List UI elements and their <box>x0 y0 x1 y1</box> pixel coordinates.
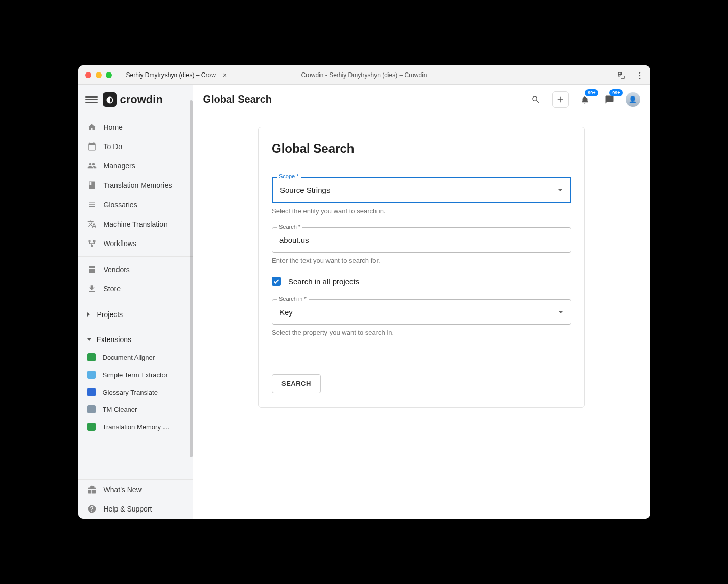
sidebar-item-label: Vendors <box>104 265 130 274</box>
search-helper: Enter the text you want to search for. <box>272 257 571 264</box>
sidebar-section-label: Projects <box>97 310 123 319</box>
sidebar-item-label: Machine Translation <box>104 220 168 228</box>
sidebar-item-label: Managers <box>104 162 135 170</box>
extension-label: TM Cleaner <box>103 406 137 413</box>
sidebar-item-label: Translation Memories <box>104 181 172 189</box>
store-icon <box>87 265 97 274</box>
search-field: Search * <box>272 227 571 253</box>
sidebar-item-mt[interactable]: Machine Translation <box>78 214 193 234</box>
extension-label: Simple Term Extractor <box>103 371 168 379</box>
global-search-card: Global Search Scope * Source Strings Sel… <box>258 127 585 408</box>
avatar[interactable]: 👤 <box>626 92 640 107</box>
maximize-window-button[interactable] <box>106 72 112 78</box>
browser-tab[interactable]: Serhiy Dmytryshyn (dies) – Crow × <box>126 71 227 79</box>
main-area: Global Search 99+ 99+ 👤 <box>193 85 650 519</box>
notifications-button[interactable]: 99+ <box>577 91 593 108</box>
plus-icon: + <box>236 71 240 79</box>
extension-badge-icon <box>87 388 96 396</box>
book-icon <box>87 181 97 190</box>
help-icon <box>87 504 97 514</box>
sidebar-extension-document-aligner[interactable]: Document Aligner <box>78 349 193 366</box>
sidebar-item-label: Glossaries <box>104 201 137 209</box>
extension-badge-icon <box>87 405 96 413</box>
caret-down-icon <box>87 338 91 341</box>
caret-right-icon <box>87 312 92 317</box>
sidebar-item-label: To Do <box>104 142 123 151</box>
search-all-projects-checkbox[interactable] <box>272 277 281 286</box>
sidebar-extension-glossary-translate[interactable]: Glossary Translate <box>78 383 193 401</box>
searchin-field: Search in * Key <box>272 299 571 325</box>
searchin-value: Key <box>279 308 293 317</box>
scope-helper: Select the entity you want to search in. <box>272 207 571 215</box>
sidebar-projects-collapse[interactable]: Projects <box>78 305 193 324</box>
sidebar: ◐ crowdin Home To Do Managers Translatio… <box>78 85 193 519</box>
calendar-icon <box>87 142 97 151</box>
sidebar-item-store[interactable]: Store <box>78 279 193 299</box>
messages-button[interactable]: 99+ <box>601 91 618 108</box>
extension-badge-icon <box>87 371 96 379</box>
svg-point-2 <box>639 78 640 79</box>
sidebar-item-home[interactable]: Home <box>78 117 193 137</box>
minimize-window-button[interactable] <box>96 72 102 78</box>
sidebar-item-glossaries[interactable]: Glossaries <box>78 195 193 214</box>
checkbox-label: Search in all projects <box>288 277 359 286</box>
home-icon <box>87 123 97 132</box>
sidebar-extension-term-extractor[interactable]: Simple Term Extractor <box>78 366 193 383</box>
sidebar-item-todo[interactable]: To Do <box>78 137 193 156</box>
chevron-down-icon <box>558 189 563 191</box>
sidebar-item-workflows[interactable]: Workflows <box>78 234 193 253</box>
sidebar-extension-tm-cleaner[interactable]: TM Cleaner <box>78 401 193 418</box>
sidebar-separator <box>78 302 193 302</box>
search-all-projects-row: Search in all projects <box>272 277 571 286</box>
sidebar-extension-tm-generator[interactable]: Translation Memory Ge... <box>78 418 193 435</box>
scope-label: Scope * <box>277 173 301 179</box>
search-button[interactable]: SEARCH <box>272 374 321 393</box>
sidebar-item-help[interactable]: Help & Support <box>78 499 193 519</box>
search-icon <box>531 95 541 104</box>
browser-window: Serhiy Dmytryshyn (dies) – Crow × + Crow… <box>78 65 650 519</box>
scope-field: Scope * Source Strings <box>272 177 571 203</box>
sidebar-item-vendors[interactable]: Vendors <box>78 260 193 279</box>
chevron-down-icon <box>558 311 563 313</box>
page-title: Global Search <box>203 93 272 105</box>
searchin-select[interactable]: Key <box>272 299 571 325</box>
close-window-button[interactable] <box>85 72 91 78</box>
close-tab-icon[interactable]: × <box>223 71 227 79</box>
extension-badge-icon <box>87 353 96 361</box>
app-shell: ◐ crowdin Home To Do Managers Translatio… <box>78 85 650 519</box>
window-title: Crowdin - Serhiy Dmytryshyn (dies) – Cro… <box>301 71 427 79</box>
hamburger-menu-button[interactable] <box>85 93 98 106</box>
new-tab-button[interactable]: + <box>236 71 240 79</box>
sidebar-separator <box>78 256 193 257</box>
search-button[interactable] <box>528 91 544 108</box>
topbar-actions: 99+ 99+ 👤 <box>528 91 640 108</box>
card-title: Global Search <box>272 141 571 163</box>
extensions-icon[interactable] <box>617 71 625 79</box>
extension-label: Document Aligner <box>103 354 155 361</box>
svg-point-4 <box>93 240 95 242</box>
brand-logo[interactable]: ◐ crowdin <box>103 92 163 107</box>
create-button[interactable] <box>552 91 569 108</box>
download-icon <box>87 284 97 294</box>
topbar: Global Search 99+ 99+ 👤 <box>193 85 650 114</box>
tab-title: Serhiy Dmytryshyn (dies) – Crow <box>126 71 216 79</box>
search-label: Search * <box>277 224 302 230</box>
sidebar-separator <box>78 327 193 327</box>
sidebar-footer: What's New Help & Support <box>78 479 193 519</box>
gift-icon <box>87 485 97 494</box>
svg-point-3 <box>89 240 90 242</box>
scope-select[interactable]: Source Strings <box>272 177 571 203</box>
sidebar-item-managers[interactable]: Managers <box>78 156 193 176</box>
svg-point-1 <box>639 75 640 76</box>
sidebar-item-label: Home <box>104 123 123 131</box>
sidebar-item-label: Help & Support <box>104 505 152 513</box>
sidebar-item-whats-new[interactable]: What's New <box>78 480 193 499</box>
sidebar-item-tm[interactable]: Translation Memories <box>78 176 193 195</box>
sidebar-extensions-collapse[interactable]: Extensions <box>78 330 193 349</box>
brand-name: crowdin <box>120 93 163 106</box>
browser-menu-icon[interactable] <box>635 71 643 79</box>
sidebar-scrollbar[interactable] <box>190 100 193 457</box>
search-input[interactable] <box>272 227 571 253</box>
content: Global Search Scope * Source Strings Sel… <box>193 114 650 420</box>
sidebar-item-label: Store <box>104 285 121 293</box>
